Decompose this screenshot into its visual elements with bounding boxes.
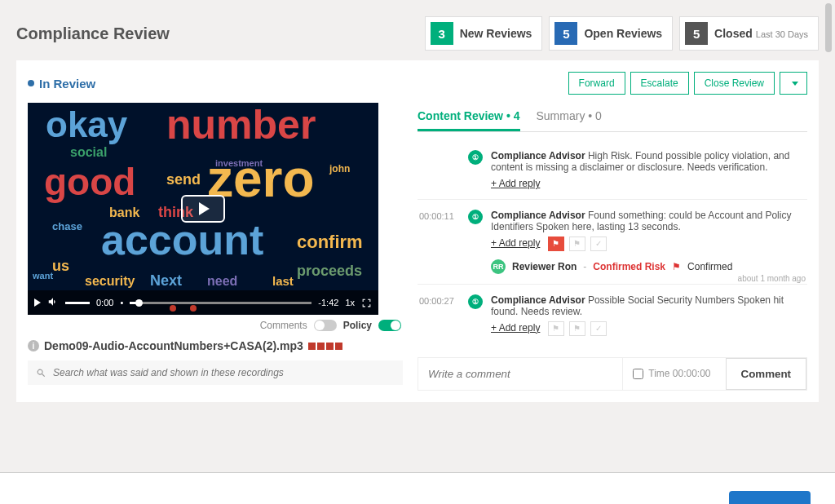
- avatar: RR: [491, 259, 506, 274]
- tab-content-review[interactable]: Content Review • 4: [418, 103, 520, 131]
- check-button[interactable]: ✓: [590, 321, 607, 336]
- comments-toggle-label: Comments: [260, 320, 307, 331]
- comments-toggle[interactable]: [314, 320, 337, 331]
- stat-sub: Last 30 Days: [756, 29, 808, 39]
- wordcloud-word: proceeds: [297, 263, 362, 280]
- footer-button[interactable]: [729, 491, 811, 497]
- stat-cards: 3 New Reviews 5 Open Reviews 5 ClosedLas…: [425, 16, 819, 51]
- escalate-button[interactable]: Escalate: [630, 72, 689, 95]
- risk-bars-icon: [308, 343, 342, 350]
- wordcloud-word: last: [272, 274, 294, 288]
- avatar: ①: [468, 150, 483, 165]
- stat-count: 3: [431, 22, 453, 45]
- wordcloud-word: send: [166, 171, 201, 188]
- forward-button[interactable]: Forward: [568, 72, 625, 95]
- comment-row: 00:00:27①Compliance Advisor Possible Soc…: [418, 284, 807, 346]
- volume-icon[interactable]: [47, 296, 59, 309]
- status-label: In Review: [39, 77, 95, 91]
- avatar: ①: [468, 210, 483, 224]
- add-reply-link[interactable]: + Add reply: [491, 237, 540, 249]
- filename: Demo09-Audio-AccountNumbers+CASA(2).mp3: [44, 339, 303, 352]
- time-checkbox[interactable]: Time 00:00:00: [622, 358, 720, 390]
- info-icon[interactable]: i: [28, 340, 39, 351]
- avatar: ①: [468, 294, 483, 309]
- wordcloud-word: account: [101, 215, 263, 264]
- wordcloud-word: security: [85, 274, 135, 289]
- stat-count: 5: [554, 22, 577, 45]
- page-title: Compliance Review: [16, 24, 170, 43]
- wordcloud-word: chase: [52, 220, 82, 232]
- policy-toggle-label: Policy: [343, 320, 372, 331]
- marker-icon[interactable]: [170, 305, 176, 312]
- wordcloud-word: confirm: [297, 232, 363, 253]
- flag-button[interactable]: ⚑: [569, 237, 585, 251]
- close-review-button[interactable]: Close Review: [694, 72, 775, 95]
- comment-author: Compliance Advisor: [491, 150, 585, 161]
- play-icon[interactable]: [34, 298, 41, 307]
- confirm-label: Confirmed: [687, 261, 732, 272]
- comment-author: Compliance Advisor: [491, 294, 585, 306]
- current-time: 0:00: [96, 298, 113, 307]
- wordcloud-word: john: [329, 163, 350, 175]
- status-dot-icon: [28, 80, 34, 86]
- stat-label: New Reviews: [460, 27, 532, 40]
- video-controls: 0:00 • -1:42 1x: [28, 290, 378, 315]
- stat-open-reviews[interactable]: 5 Open Reviews: [549, 16, 673, 51]
- marker-icon[interactable]: [190, 305, 197, 312]
- stat-count: 5: [685, 22, 708, 45]
- remaining-time: -1:42: [318, 298, 338, 307]
- comment-row: ①Compliance Advisor High Risk. Found pos…: [418, 140, 807, 199]
- policy-toggle[interactable]: [378, 320, 401, 331]
- flag-button[interactable]: ⚑: [569, 321, 585, 336]
- volume-slider[interactable]: [65, 302, 90, 304]
- video-player[interactable]: okaynumbersocialinvestmentgoodsendjohnze…: [28, 103, 378, 315]
- time-label: Time 00:00:00: [648, 368, 710, 379]
- flag-button[interactable]: ⚑: [548, 321, 564, 336]
- wordcloud-word: us: [52, 258, 69, 275]
- flag-icon: ⚑: [672, 261, 681, 272]
- fullscreen-icon[interactable]: [361, 298, 372, 308]
- comment-timestamp[interactable]: 00:00:27: [419, 294, 460, 336]
- stat-closed[interactable]: 5 ClosedLast 30 Days: [679, 16, 819, 51]
- wordcloud-word: number: [166, 101, 316, 148]
- comment-button[interactable]: Comment: [726, 358, 806, 390]
- wordcloud-word: want: [33, 271, 53, 281]
- scrollbar[interactable]: [825, 3, 832, 52]
- comment-author: Compliance Advisor: [491, 210, 585, 221]
- wordcloud-word: social: [70, 145, 107, 160]
- add-reply-link[interactable]: + Add reply: [491, 322, 540, 334]
- wordcloud-word: okay: [46, 104, 127, 145]
- stat-label: Open Reviews: [584, 27, 662, 40]
- review-status: In Review: [28, 77, 95, 91]
- wordcloud-word: Next: [150, 272, 182, 290]
- search-input[interactable]: [53, 367, 395, 378]
- stat-label: Closed: [714, 27, 753, 40]
- play-button[interactable]: [181, 195, 225, 223]
- check-button[interactable]: ✓: [590, 237, 607, 251]
- flag-button[interactable]: ⚑: [548, 237, 564, 251]
- caret-down-icon: [792, 82, 798, 86]
- comment-row: 00:00:11①Compliance Advisor Found someth…: [418, 199, 807, 284]
- wordcloud-word: good: [44, 160, 135, 204]
- play-icon: [199, 202, 210, 215]
- comment-timestamp[interactable]: [419, 150, 460, 189]
- tab-summary[interactable]: Summary • 0: [537, 103, 602, 131]
- progress-bar[interactable]: [130, 302, 311, 304]
- risk-status: Confirmed Risk: [593, 261, 665, 272]
- add-reply-link[interactable]: + Add reply: [491, 178, 540, 189]
- time-checkbox-input[interactable]: [633, 369, 643, 379]
- playback-speed[interactable]: 1x: [345, 298, 355, 307]
- wordcloud-word: need: [207, 274, 237, 289]
- stat-new-reviews[interactable]: 3 New Reviews: [425, 16, 543, 51]
- reply-time: about 1 month ago: [738, 274, 806, 283]
- settings-button[interactable]: [780, 72, 807, 95]
- comment-input[interactable]: [418, 358, 622, 390]
- search-icon: [36, 368, 46, 378]
- comment-timestamp[interactable]: 00:00:11: [419, 210, 460, 274]
- reply-author: Reviewer Ron: [512, 261, 577, 272]
